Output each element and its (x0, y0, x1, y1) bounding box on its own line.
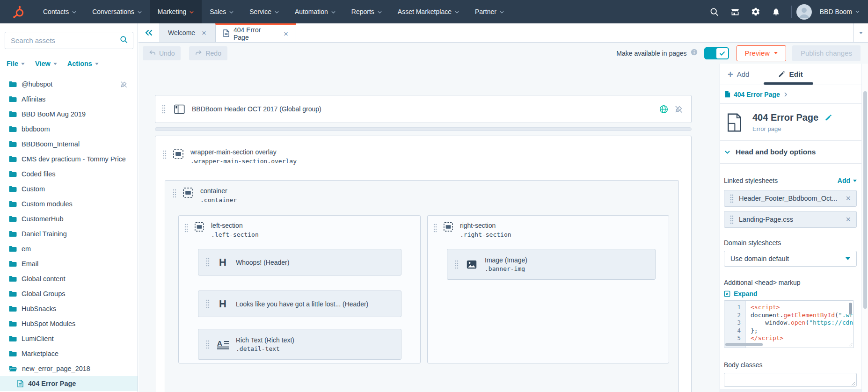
tab-edit[interactable]: Edit (778, 70, 802, 79)
page-subtitle: Error page (752, 125, 832, 132)
rename-pencil-icon[interactable] (825, 114, 832, 121)
info-icon[interactable] (691, 49, 698, 58)
redo-button[interactable]: Redo (189, 46, 227, 60)
close-icon[interactable]: × (846, 215, 851, 224)
tab-404-error-page[interactable]: 404 Error Page × (215, 23, 296, 42)
module-card[interactable]: Image (Image).banner-img (447, 249, 656, 280)
drag-handle-icon[interactable] (206, 258, 210, 267)
close-icon[interactable]: × (846, 194, 851, 203)
sidebar-folder[interactable]: BBD BooM Aug 2019 (0, 107, 138, 122)
vertical-scrollbar-thumb[interactable] (849, 303, 852, 314)
sidebar-folder[interactable]: CMS dev practicum - Tommy Price (0, 152, 138, 167)
drag-handle-icon[interactable] (163, 150, 167, 159)
sidebar-folder[interactable]: Coded files (0, 167, 138, 181)
marketplace-icon[interactable] (725, 7, 745, 16)
sidebar-folder[interactable]: @hubspot (0, 77, 138, 92)
undo-button[interactable]: Undo (143, 46, 181, 60)
head-body-options-section[interactable]: Head and body options (720, 140, 868, 164)
sidebar-folder[interactable]: Email (0, 256, 138, 271)
tab-overflow-button[interactable] (853, 23, 868, 42)
avatar (796, 4, 812, 20)
stylesheet-chip[interactable]: Landing-Page.css× (724, 211, 857, 228)
stylesheet-chip[interactable]: Header_Footer_Bbdboom_Oct...× (724, 190, 857, 207)
preview-button[interactable]: Preview (737, 45, 786, 61)
domain-stylesheets-select[interactable]: Use domain default (724, 251, 857, 267)
drag-handle-icon[interactable] (173, 189, 176, 198)
module-card[interactable]: HWhoops! (Header) (198, 249, 401, 276)
nav-item[interactable]: Partner (467, 0, 512, 23)
sidebar-folder[interactable]: bbdboom (0, 122, 138, 137)
head-markup-code-editor[interactable]: 12345 <script>document.getElementById(".… (724, 300, 854, 348)
module-card[interactable]: ARich Text (Rich text).detail-text (198, 329, 401, 360)
sidebar-folder[interactable]: Custom (0, 181, 138, 196)
code-line: </script> (751, 334, 853, 342)
breadcrumb-link[interactable]: 404 Error Page (734, 91, 780, 98)
drag-handle-icon[interactable] (730, 215, 734, 224)
nav-item[interactable]: Contacts (35, 0, 84, 23)
gear-icon[interactable] (745, 7, 766, 16)
nav-item[interactable]: Conversations (84, 0, 150, 23)
sidebar-folder[interactable]: CustomerHub (0, 211, 138, 226)
wrapper-section-row[interactable]: wrapper-main-section overlay .wrapper-ma… (163, 148, 297, 165)
nav-item[interactable]: Automation (287, 0, 343, 23)
folder-open-icon (9, 365, 17, 372)
sidebar-folder[interactable]: Affinitas (0, 92, 138, 107)
add-stylesheet-button[interactable]: Add (838, 177, 857, 184)
bell-icon[interactable] (766, 7, 787, 16)
drag-handle-icon[interactable] (206, 299, 210, 308)
panel-bottom-strip (720, 389, 861, 392)
make-available-toggle[interactable] (704, 47, 729, 59)
global-header-module[interactable]: BBDBoom Header OCT 2017 (Global group) (155, 95, 692, 123)
sidebar-folder[interactable]: LumiClient (0, 331, 138, 346)
nav-item[interactable]: Sales (202, 0, 241, 23)
search-icon[interactable] (704, 7, 725, 16)
hubspot-logo[interactable] (0, 0, 35, 23)
view-menu[interactable]: View (35, 60, 57, 67)
sidebar-folder[interactable]: HubSnacks (0, 301, 138, 316)
sidebar-folder[interactable]: Global content (0, 271, 138, 286)
resize-grip-icon[interactable] (849, 343, 853, 347)
module-card[interactable]: HLooks like you have got a little lost..… (198, 290, 401, 317)
chevron-down-icon (855, 10, 860, 13)
tab-add[interactable]: + Add (728, 70, 749, 79)
close-icon[interactable]: × (202, 29, 206, 37)
drag-handle-icon[interactable] (730, 194, 734, 203)
search-input[interactable] (5, 36, 120, 44)
collapse-sidebar-button[interactable] (139, 23, 159, 42)
sidebar-folder[interactable]: Custom modules (0, 196, 138, 211)
account-menu[interactable]: BBD Boom (796, 4, 860, 20)
nav-item[interactable]: Marketing (150, 0, 202, 23)
nav-item[interactable]: Asset Marketplace (390, 0, 467, 23)
publish-changes-button[interactable]: Publish changes (792, 45, 861, 61)
sidebar-folder[interactable]: BBDBoom_Internal (0, 137, 138, 152)
file-menu[interactable]: File (7, 60, 25, 67)
sidebar-folder[interactable]: new_error_page_2018 (0, 361, 138, 376)
horizontal-scrollbar[interactable] (725, 343, 847, 347)
sidebar-folder[interactable]: 404 Error Page (0, 376, 138, 391)
nav-item[interactable]: Service (241, 0, 287, 23)
drag-handle-icon[interactable] (162, 105, 166, 114)
nav-item[interactable]: Reports (343, 0, 390, 23)
drag-handle-icon[interactable] (455, 260, 459, 269)
sidebar-folder[interactable]: Marketplace (0, 346, 138, 361)
sidebar-folder[interactable]: HubSpot Modules (0, 316, 138, 331)
horizontal-scrollbar-thumb[interactable] (725, 343, 763, 346)
folder-icon (9, 201, 17, 207)
search-icon[interactable] (120, 36, 128, 45)
tab-welcome[interactable]: Welcome × (159, 23, 215, 42)
drag-handle-icon[interactable] (206, 340, 210, 349)
actions-menu[interactable]: Actions (67, 60, 99, 67)
sidebar-folder[interactable]: Global Groups (0, 286, 138, 301)
code-area[interactable]: <script>document.getElementById(".wrap w… (746, 301, 853, 348)
expand-editor-button[interactable]: Expand (724, 290, 857, 298)
resize-grip-icon[interactable] (852, 382, 855, 385)
panel-scrollbar-thumb[interactable] (863, 91, 867, 309)
folder-icon (9, 290, 17, 297)
sidebar-folder[interactable]: em (0, 241, 138, 256)
collapsed-row[interactable] (155, 127, 692, 131)
container-row[interactable]: container .container (173, 187, 237, 203)
sidebar-folder[interactable]: Daniel Training (0, 226, 138, 241)
body-classes-input[interactable] (724, 373, 857, 387)
close-icon[interactable]: × (284, 30, 288, 38)
panel-scrollbar[interactable] (861, 64, 868, 392)
